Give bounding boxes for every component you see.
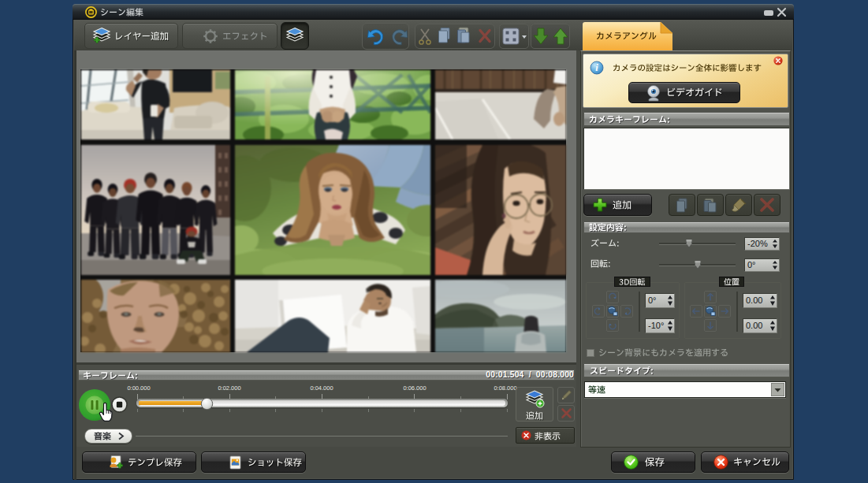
svg-text:i: i xyxy=(595,62,598,73)
